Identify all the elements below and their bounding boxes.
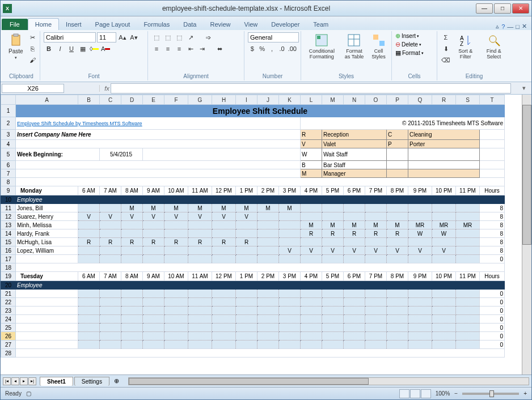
format-cells-button[interactable]: ▦Format▾ <box>395 49 424 57</box>
shift-cell[interactable] <box>188 341 212 349</box>
shift-cell[interactable] <box>456 324 480 332</box>
tab-data[interactable]: Data <box>176 19 203 30</box>
col-header-A[interactable]: A <box>16 95 78 105</box>
zoom-level[interactable]: 100% <box>436 390 450 397</box>
format-as-table-button[interactable]: Format as Table <box>341 32 368 61</box>
shift-cell[interactable] <box>188 229 212 238</box>
tab-team[interactable]: Team <box>306 19 335 30</box>
shift-cell[interactable] <box>78 255 100 263</box>
maximize-button[interactable]: □ <box>494 3 511 14</box>
shift-cell[interactable]: V <box>78 212 100 221</box>
col-header-J[interactable]: J <box>257 95 279 105</box>
tab-page-layout[interactable]: Page Layout <box>88 19 137 30</box>
shift-cell[interactable] <box>121 332 143 341</box>
row-header-20[interactable]: 20 <box>1 281 16 290</box>
col-header-S[interactable]: S <box>456 95 480 105</box>
shift-cell[interactable]: M <box>236 204 257 212</box>
shift-cell[interactable] <box>164 246 188 255</box>
shift-cell[interactable] <box>279 229 301 238</box>
shift-cell[interactable] <box>344 324 365 332</box>
shift-cell[interactable]: V <box>365 246 387 255</box>
currency-button[interactable]: $ <box>248 44 256 54</box>
link-cell[interactable]: Employee Shift Schedule by Timesheets MT… <box>16 117 301 130</box>
shift-cell[interactable] <box>257 341 279 349</box>
shift-cell[interactable] <box>78 298 100 307</box>
col-header-P[interactable]: P <box>387 95 408 105</box>
shift-cell[interactable] <box>344 307 365 315</box>
orientation-button[interactable]: ↗ <box>185 32 196 42</box>
shift-cell[interactable] <box>365 255 387 263</box>
shift-cell[interactable] <box>365 324 387 332</box>
shift-cell[interactable] <box>188 307 212 315</box>
shift-cell[interactable] <box>432 332 456 341</box>
shift-cell[interactable] <box>212 315 236 324</box>
company-name-cell[interactable]: Insert Company Name Here <box>16 130 301 140</box>
shift-cell[interactable]: MR <box>456 221 480 229</box>
shift-cell[interactable]: M <box>121 204 143 212</box>
shift-cell[interactable] <box>322 298 344 307</box>
col-header-G[interactable]: G <box>188 95 212 105</box>
select-all-button[interactable] <box>1 95 16 105</box>
employee-name-cell[interactable]: Suarez, Henry <box>16 212 78 221</box>
shift-cell[interactable] <box>301 238 322 246</box>
row-header-15[interactable]: 15 <box>1 238 16 246</box>
shift-cell[interactable]: R <box>236 238 257 246</box>
shift-cell[interactable] <box>279 238 301 246</box>
tab-nav-prev-icon[interactable]: ◂ <box>11 377 19 385</box>
italic-button[interactable]: I <box>55 44 65 54</box>
shift-cell[interactable] <box>279 332 301 341</box>
shift-cell[interactable] <box>432 324 456 332</box>
shift-cell[interactable] <box>164 307 188 315</box>
shift-cell[interactable]: V <box>322 246 344 255</box>
shift-cell[interactable] <box>322 324 344 332</box>
shift-cell[interactable] <box>365 204 387 212</box>
shift-cell[interactable] <box>387 238 408 246</box>
col-header-R[interactable]: R <box>432 95 456 105</box>
merge-center-button[interactable]: ⬌ <box>208 44 231 54</box>
col-header-M[interactable]: M <box>322 95 344 105</box>
sort-filter-button[interactable]: AZSort & Filter <box>453 32 478 61</box>
shift-cell[interactable] <box>279 212 301 221</box>
shift-cell[interactable] <box>432 212 456 221</box>
shift-cell[interactable] <box>236 324 257 332</box>
shift-cell[interactable]: V <box>432 246 456 255</box>
sheet-tab-settings[interactable]: Settings <box>74 377 109 386</box>
horizontal-scrollbar[interactable] <box>128 377 529 385</box>
shift-cell[interactable] <box>143 229 164 238</box>
shift-cell[interactable] <box>164 290 188 298</box>
shift-cell[interactable] <box>408 298 432 307</box>
fill-color-button[interactable]: ◊ <box>89 44 99 54</box>
shift-cell[interactable] <box>387 315 408 324</box>
shift-cell[interactable] <box>78 221 100 229</box>
shift-cell[interactable] <box>432 290 456 298</box>
row-header-7[interactable]: 7 <box>1 169 16 178</box>
col-header-L[interactable]: L <box>301 95 322 105</box>
row-header-18[interactable]: 18 <box>1 263 16 272</box>
paste-button[interactable]: Paste▾ <box>6 32 26 61</box>
shift-cell[interactable] <box>212 307 236 315</box>
cut-button[interactable]: ✂ <box>28 32 38 42</box>
shift-cell[interactable] <box>121 246 143 255</box>
shift-cell[interactable] <box>164 255 188 263</box>
fill-button[interactable]: ⬇ <box>441 44 451 54</box>
shift-cell[interactable]: R <box>164 238 188 246</box>
shift-cell[interactable] <box>408 290 432 298</box>
shift-cell[interactable] <box>236 307 257 315</box>
align-bottom-button[interactable]: ⬚ <box>174 32 184 42</box>
shift-cell[interactable] <box>387 307 408 315</box>
shift-cell[interactable] <box>301 307 322 315</box>
row-header-14[interactable]: 14 <box>1 229 16 238</box>
shift-cell[interactable] <box>257 255 279 263</box>
shift-cell[interactable] <box>387 298 408 307</box>
shift-cell[interactable] <box>188 246 212 255</box>
align-left-button[interactable]: ≡ <box>151 44 162 54</box>
shift-cell[interactable] <box>143 341 164 349</box>
zoom-slider[interactable] <box>462 393 519 395</box>
shift-cell[interactable] <box>365 307 387 315</box>
shift-cell[interactable]: R <box>301 229 322 238</box>
shift-cell[interactable] <box>456 290 480 298</box>
font-name-select[interactable] <box>44 32 96 42</box>
row-header-3[interactable]: 3 <box>1 130 16 140</box>
shift-cell[interactable] <box>322 315 344 324</box>
shift-cell[interactable] <box>387 324 408 332</box>
